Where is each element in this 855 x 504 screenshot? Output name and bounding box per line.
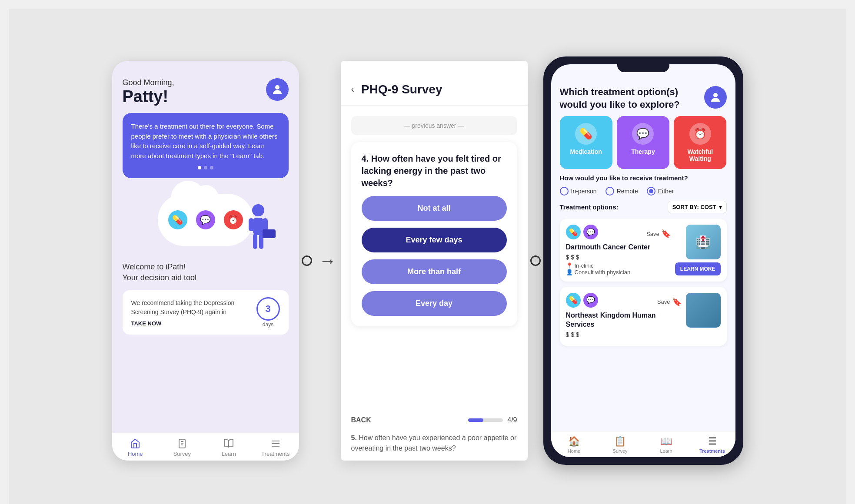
therapy-icon: 💬 (632, 123, 654, 145)
screen3-avatar[interactable] (704, 86, 727, 109)
answer-not-at-all[interactable]: Not at all (362, 196, 507, 221)
welcome-line2: Your decision aid tool (123, 272, 289, 283)
provider-2-left: 💊 💬 Save 🔖 Northeast Kingdom Human Servi… (566, 293, 682, 340)
home-screen: Good Morning, Patty! There's a treatment… (112, 61, 299, 461)
survey-title: PHQ-9 Survey (361, 83, 442, 96)
days-circle: 3 (256, 297, 280, 321)
save-button-1[interactable]: Save 🔖 (646, 229, 671, 239)
treatment-options: 💊 Medication 💬 Therapy ⏰ Watchful Waitin… (560, 116, 727, 169)
back-label[interactable]: BACK (351, 416, 371, 424)
learn-more-btn-1[interactable]: LEARN MORE (675, 262, 721, 275)
svg-rect-7 (263, 229, 276, 238)
nav-learn[interactable]: Learn (206, 438, 253, 457)
thumb-1: 🏥 (686, 225, 721, 259)
s3-home-label: Home (568, 448, 580, 454)
back-button[interactable]: ‹ (351, 84, 354, 95)
survey-header: ‹ PHQ-9 Survey (341, 61, 528, 106)
provider-2-icon-blue: 💊 (566, 293, 581, 308)
person-figure (241, 202, 284, 255)
question-card: 4. How often have you felt tired or lack… (351, 142, 517, 326)
nav-survey[interactable]: Survey (159, 438, 206, 457)
cloud: 💊 💬 ⏰ (158, 194, 253, 246)
provider-2-image (686, 293, 721, 328)
nav-treatments[interactable]: Treatments (252, 438, 299, 457)
prev-answer: — previous answer — (351, 116, 517, 135)
avatar[interactable] (266, 78, 289, 101)
promo-card: There's a treatment out there for everyo… (123, 113, 289, 178)
next-q-text: 5. How often have you experienced a poor… (351, 433, 517, 454)
days-label: days (263, 322, 273, 328)
radio-either-label: Either (658, 188, 674, 195)
answer-every-few-days[interactable]: Every few days (362, 228, 507, 252)
nav-learn-label: Learn (222, 451, 236, 457)
radio-in-person-circle[interactable] (560, 187, 569, 196)
provider-1-left: 💊 💬 Save 🔖 Dartmouth Cancer Center $ $ $ (566, 225, 671, 275)
progress-area: 4/9 (468, 416, 517, 424)
provider-1-location: 📍 In-clinic (566, 262, 671, 269)
user-name: Patty! (123, 87, 174, 106)
treatment-medication[interactable]: 💊 Medication (560, 116, 612, 169)
nav-survey-label: Survey (173, 451, 191, 457)
next-q-num: 5. (351, 434, 357, 441)
greeting-text: Good Morning, (123, 78, 174, 87)
survey-body: — previous answer — 4. How often have yo… (341, 106, 528, 409)
clock-icon: ⏰ (224, 210, 243, 229)
save-button-2[interactable]: Save 🔖 (657, 297, 682, 307)
provider-card-1: 💊 💬 Save 🔖 Dartmouth Cancer Center $ $ $ (560, 219, 727, 282)
answer-more-than-half[interactable]: More than half (362, 259, 507, 284)
question-number: 4. (362, 154, 369, 163)
radio-remote-label: Remote (617, 188, 638, 195)
dot-2[interactable] (204, 166, 207, 169)
s3-nav-survey[interactable]: 📋 Survey (597, 436, 643, 454)
connector-left (302, 255, 312, 266)
reminder-card: We recommend taking the Depression Scree… (123, 290, 289, 335)
s3-nav-home[interactable]: 🏠 Home (551, 436, 597, 454)
bottom-nav: Home Survey Learn Treatments (112, 433, 299, 461)
svg-rect-5 (253, 234, 257, 249)
take-now-button[interactable]: TAKE NOW (131, 320, 250, 327)
location-icon-1: 📍 (566, 262, 573, 269)
welcome-line1: Welcome to iPath! (123, 262, 289, 272)
days-badge: 3 days (256, 297, 280, 328)
s3-treatments-label: Treatments (699, 448, 725, 454)
illustration: 💊 💬 ⏰ (123, 185, 289, 255)
nav-home[interactable]: Home (112, 438, 159, 457)
home-header: Good Morning, Patty! (123, 78, 289, 106)
treatment-watchful[interactable]: ⏰ Watchful Waiting (674, 116, 726, 169)
radio-remote-circle[interactable] (605, 187, 614, 196)
sort-dropdown[interactable]: SORT BY: COST ▾ (668, 201, 727, 213)
svg-point-0 (275, 85, 279, 90)
thumb-2 (686, 293, 721, 328)
treatments-phone: Which treatment option(s) would you like… (543, 56, 743, 465)
s3-learn-label: Learn (660, 448, 672, 454)
provider-1-cost: $ $ $ (566, 254, 671, 261)
screen3-bottom-nav: 🏠 Home 📋 Survey 📖 Learn ☰ Treatments (551, 431, 735, 457)
bookmark-icon-2: 🔖 (672, 297, 682, 307)
provider-1-name: Dartmouth Cancer Center (566, 243, 671, 252)
svg-point-15 (713, 93, 718, 97)
radio-either-circle[interactable] (647, 187, 655, 196)
screen3-title: Which treatment option(s) would you like… (560, 86, 682, 111)
svg-point-1 (252, 204, 264, 216)
s3-survey-icon: 📋 (614, 436, 626, 447)
answer-every-day[interactable]: Every day (362, 291, 507, 316)
watchful-icon: ⏰ (689, 123, 711, 145)
survey-screen: ‹ PHQ-9 Survey — previous answer — 4. Ho… (341, 61, 528, 461)
s3-survey-label: Survey (612, 448, 627, 454)
provider-1-right: 🏥 LEARN MORE (675, 225, 721, 275)
svg-rect-3 (249, 218, 254, 231)
provider-2-cost: $ $ $ (566, 331, 682, 338)
app-container: Good Morning, Patty! There's a treatment… (9, 9, 846, 504)
provider-2-name: Northeast Kingdom Human Services (566, 311, 682, 329)
dot-1[interactable] (198, 166, 201, 169)
s3-nav-learn[interactable]: 📖 Learn (643, 436, 689, 454)
radio-in-person[interactable]: In-person (560, 187, 597, 196)
radio-remote[interactable]: Remote (605, 187, 638, 196)
s3-nav-treatments[interactable]: ☰ Treatments (689, 436, 735, 454)
treatment-therapy[interactable]: 💬 Therapy (617, 116, 669, 169)
phone-frame: Which treatment option(s) would you like… (543, 56, 743, 465)
welcome-block: Welcome to iPath! Your decision aid tool (123, 262, 289, 283)
pill-icon: 💊 (168, 210, 187, 229)
dot-3[interactable] (210, 166, 213, 169)
radio-either[interactable]: Either (647, 187, 674, 196)
